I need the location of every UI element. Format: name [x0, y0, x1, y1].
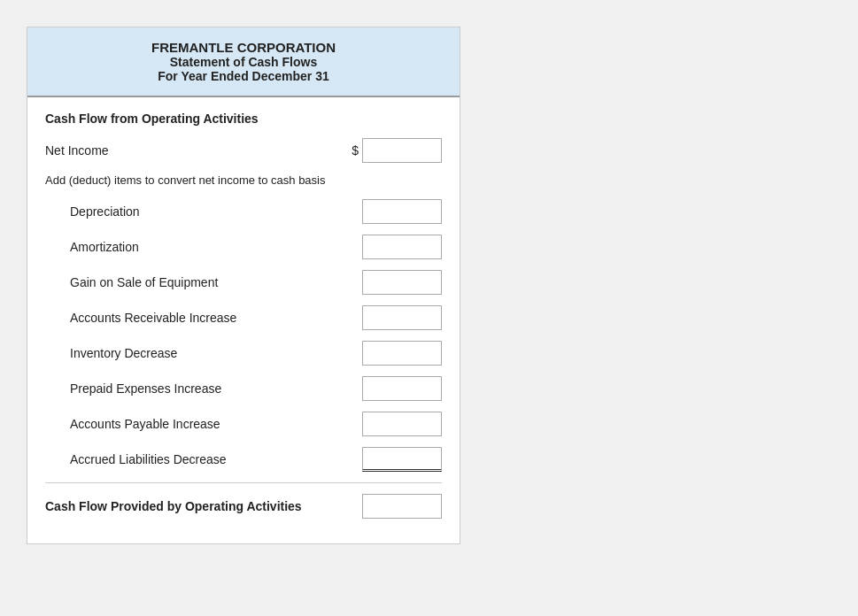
header-section: FREMANTLE CORPORATION Statement of Cash … [27, 27, 460, 97]
accounts-receivable-row: Accounts Receivable Increase [45, 305, 442, 330]
company-name: FREMANTLE CORPORATION [45, 40, 442, 55]
gain-on-sale-row: Gain on Sale of Equipment [45, 270, 442, 295]
amortization-label: Amortization [45, 240, 362, 254]
period: For Year Ended December 31 [45, 69, 442, 83]
net-income-input-wrapper: $ [352, 138, 442, 163]
accrued-liabilities-input-wrapper [362, 447, 442, 472]
depreciation-label: Depreciation [45, 204, 362, 219]
add-deduct-label: Add (deduct) items to convert net income… [45, 173, 442, 187]
cash-flow-provided-input[interactable] [362, 494, 442, 519]
prepaid-expenses-input-wrapper [362, 376, 442, 401]
accounts-payable-label: Accounts Payable Increase [45, 417, 362, 431]
accounts-receivable-label: Accounts Receivable Increase [45, 311, 362, 325]
depreciation-input-wrapper [362, 199, 442, 224]
content-section: Cash Flow from Operating Activities Net … [27, 97, 460, 543]
net-income-dollar-sign: $ [352, 143, 359, 158]
net-income-row: Net Income $ [45, 138, 442, 163]
section-divider [45, 482, 442, 483]
amortization-input-wrapper [362, 235, 442, 259]
page-wrapper: FREMANTLE CORPORATION Statement of Cash … [18, 18, 840, 616]
accounts-receivable-input-wrapper [362, 305, 442, 330]
cash-flow-provided-row: Cash Flow Provided by Operating Activiti… [45, 494, 442, 519]
cash-flow-provided-input-wrapper [362, 494, 442, 519]
net-income-input[interactable] [362, 138, 442, 163]
amortization-row: Amortization [45, 235, 442, 259]
depreciation-input[interactable] [362, 199, 442, 224]
inventory-decrease-input[interactable] [362, 341, 442, 366]
prepaid-expenses-label: Prepaid Expenses Increase [45, 381, 362, 396]
accrued-liabilities-row: Accrued Liabilities Decrease [45, 447, 442, 472]
gain-on-sale-label: Gain on Sale of Equipment [45, 275, 362, 289]
gain-on-sale-input-wrapper [362, 270, 442, 295]
operating-activities-title: Cash Flow from Operating Activities [45, 112, 442, 126]
accounts-payable-input-wrapper [362, 412, 442, 436]
accounts-receivable-input[interactable] [362, 305, 442, 330]
inventory-decrease-label: Inventory Decrease [45, 346, 362, 360]
inventory-decrease-input-wrapper [362, 341, 442, 366]
cash-flow-provided-label: Cash Flow Provided by Operating Activiti… [45, 499, 362, 513]
statement-title: Statement of Cash Flows [45, 55, 442, 69]
accounts-payable-row: Accounts Payable Increase [45, 412, 442, 436]
depreciation-row: Depreciation [45, 199, 442, 224]
inventory-decrease-row: Inventory Decrease [45, 341, 442, 366]
net-income-label: Net Income [45, 143, 352, 158]
accounts-payable-input[interactable] [362, 412, 442, 436]
accrued-liabilities-label: Accrued Liabilities Decrease [45, 452, 362, 466]
gain-on-sale-input[interactable] [362, 270, 442, 295]
prepaid-expenses-row: Prepaid Expenses Increase [45, 376, 442, 401]
accrued-liabilities-input[interactable] [362, 447, 442, 472]
form-container: FREMANTLE CORPORATION Statement of Cash … [27, 27, 460, 544]
prepaid-expenses-input[interactable] [362, 376, 442, 401]
amortization-input[interactable] [362, 235, 442, 259]
